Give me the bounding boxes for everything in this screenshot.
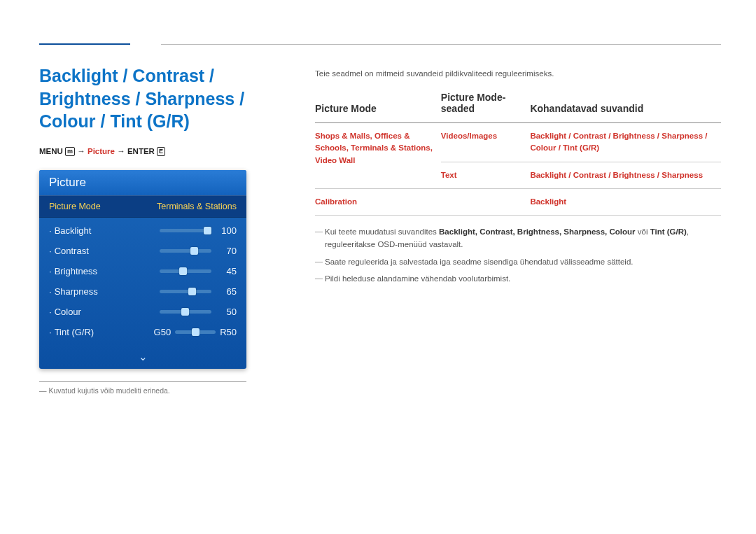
table-cell: Backlight / Contrast / Brightness / Shar…: [530, 162, 721, 188]
options-table: Picture Mode Picture Mode-seaded Kohanda…: [315, 92, 721, 216]
menu-picture: Picture: [88, 147, 115, 155]
table-cell: Shops & Malls, Offices & Schools, Termin…: [315, 123, 441, 189]
osd-colour-row[interactable]: ·Colour 50: [49, 302, 237, 322]
osd-item-label: Contrast: [55, 246, 89, 256]
osd-contrast-row[interactable]: ·Contrast 70: [49, 241, 237, 261]
menu-path: MENU m → Picture → ENTER E: [39, 147, 284, 156]
divider: [39, 381, 246, 382]
osd-body: ·Backlight 100 ·Contrast 70 ·Brightness …: [39, 218, 246, 348]
menu-label: MENU: [39, 147, 63, 155]
osd-item-value: 100: [217, 225, 237, 236]
right-column: Teie seadmel on mitmeid suvandeid pildik…: [315, 69, 721, 290]
page-title: Backlight / Contrast / Brightness / Shar…: [39, 64, 284, 133]
table-row: Shops & Malls, Offices & Schools, Termin…: [315, 123, 721, 162]
table-cell: [441, 188, 531, 215]
table-header-adjustable: Kohandatavad suvandid: [530, 92, 721, 123]
osd-item-label: Brightness: [55, 266, 97, 276]
osd-item-label: Colour: [55, 307, 81, 317]
note-line: Pildi heleduse alandamine vähendab voolu…: [315, 272, 721, 285]
osd-slider[interactable]: [160, 269, 211, 273]
table-cell: Calibration: [315, 188, 441, 215]
osd-item-label: Sharpness: [55, 286, 98, 297]
chevron-down-icon[interactable]: ⌄: [39, 348, 246, 369]
osd-brightness-row[interactable]: ·Brightness 45: [49, 261, 237, 281]
osd-tint-g-value: G50: [154, 327, 172, 337]
arrow-icon: →: [117, 147, 125, 155]
left-column: Backlight / Contrast / Brightness / Shar…: [39, 64, 284, 395]
osd-item-value: 50: [217, 307, 237, 317]
osd-slider[interactable]: [175, 330, 216, 334]
osd-item-value: 70: [217, 246, 237, 256]
enter-label: ENTER: [127, 147, 155, 155]
table-cell: Text: [441, 162, 531, 188]
osd-tint-row[interactable]: ·Tint (G/R) G50 R50: [49, 322, 237, 342]
table-row: Calibration Backlight: [315, 188, 721, 215]
note-line: Kui teete muudatusi suvandites Backlight…: [315, 225, 721, 251]
osd-picture-mode-label: Picture Mode: [49, 202, 101, 211]
osd-slider[interactable]: [160, 290, 211, 293]
osd-slider[interactable]: [160, 310, 211, 314]
table-header-picture-mode: Picture Mode: [315, 92, 441, 123]
intro-text: Teie seadmel on mitmeid suvandeid pildik…: [315, 69, 721, 78]
osd-sharpness-row[interactable]: ·Sharpness 65: [49, 281, 237, 302]
slider-handle-icon[interactable]: [192, 328, 200, 336]
osd-item-value: 65: [217, 286, 237, 297]
osd-slider[interactable]: [160, 249, 211, 253]
slider-handle-icon[interactable]: [181, 308, 189, 316]
notes: Kui teete muudatusi suvandites Backlight…: [315, 225, 721, 286]
table-header-settings: Picture Mode-seaded: [441, 92, 531, 123]
osd-item-label: Tint (G/R): [55, 327, 94, 337]
table-cell: Backlight / Contrast / Brightness / Shar…: [530, 123, 721, 162]
osd-picture-mode-row[interactable]: Picture Mode Terminals & Stations: [39, 195, 246, 218]
osd-picture-mode-value: Terminals & Stations: [157, 202, 237, 211]
osd-item-label: Backlight: [55, 225, 92, 236]
arrow-icon: →: [77, 147, 85, 155]
table-cell: Backlight: [530, 188, 721, 215]
enter-icon: E: [157, 147, 165, 156]
osd-backlight-row[interactable]: ·Backlight 100: [49, 220, 237, 241]
osd-slider[interactable]: [160, 229, 211, 232]
disclaimer-text: ― Kuvatud kujutis võib mudeliti erineda.: [39, 386, 284, 395]
header-short-rule: [39, 43, 130, 45]
slider-handle-icon[interactable]: [190, 247, 198, 255]
table-cell: Videos/Images: [441, 123, 531, 162]
slider-handle-icon[interactable]: [179, 267, 187, 275]
osd-panel: Picture Picture Mode Terminals & Station…: [39, 170, 246, 369]
osd-item-value: 45: [217, 266, 237, 276]
slider-handle-icon[interactable]: [188, 288, 196, 295]
header-long-rule: [161, 44, 721, 45]
menu-icon: m: [65, 147, 75, 156]
osd-title: Picture: [39, 170, 246, 195]
note-line: Saate reguleerida ja salvestada iga sead…: [315, 255, 721, 268]
slider-handle-icon[interactable]: [204, 227, 211, 234]
osd-tint-r-value: R50: [220, 327, 237, 337]
